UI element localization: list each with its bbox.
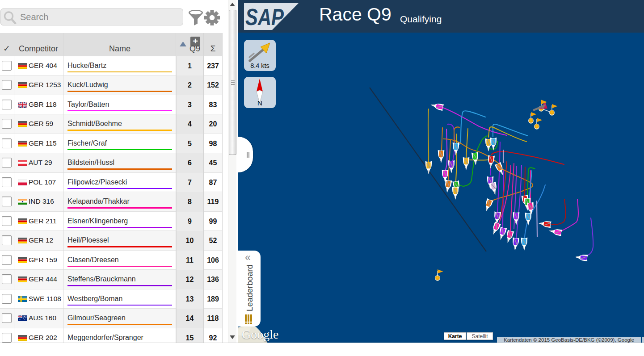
svg-text:SAP: SAP	[245, 4, 284, 30]
